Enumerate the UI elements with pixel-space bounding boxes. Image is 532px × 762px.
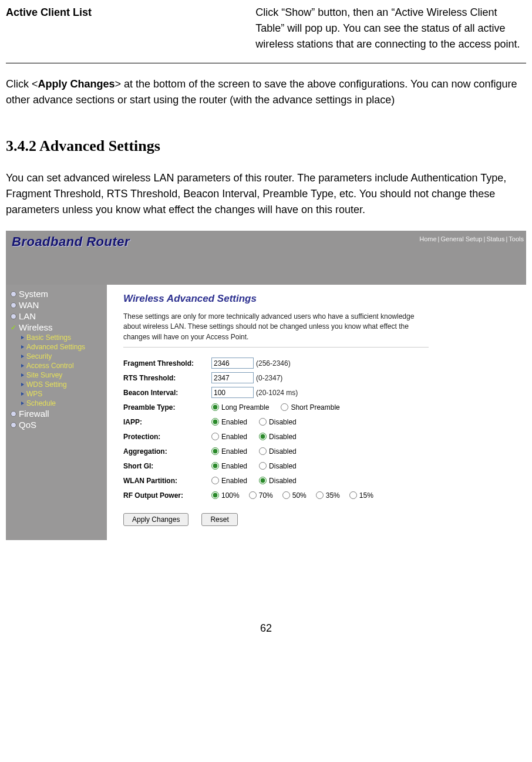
aggregation-enabled[interactable]: Enabled <box>211 447 247 456</box>
sidebar-sub-schedule[interactable]: Schedule <box>21 399 107 408</box>
preamble-long[interactable]: Long Preamble <box>211 403 269 412</box>
rts-input[interactable] <box>211 372 254 383</box>
bullet-icon <box>11 313 16 319</box>
router-sidebar: System WAN LAN ✓Wireless Basic Settings … <box>6 285 107 540</box>
param-label: Active Client List <box>6 5 255 63</box>
router-main: Wireless Advanced Settings These setting… <box>107 285 526 540</box>
aggregation-label: Aggregation: <box>123 447 211 456</box>
rf-35[interactable]: 35% <box>316 491 340 500</box>
frag-hint: (256-2346) <box>254 359 291 367</box>
param-table: Active Client List Click “Show” button, … <box>6 5 526 63</box>
router-header: Broadband Router Home|General Setup|Stat… <box>6 231 526 285</box>
beacon-hint: (20-1024 ms) <box>254 389 298 397</box>
shortgi-enabled[interactable]: Enabled <box>211 462 247 470</box>
sidebar-sub-security[interactable]: Security <box>21 352 107 361</box>
iapp-label: IAPP: <box>123 418 211 426</box>
arrow-icon <box>21 364 24 367</box>
rf-100[interactable]: 100% <box>211 491 240 500</box>
frag-label: Fragment Threshold: <box>123 359 211 367</box>
protection-label: Protection: <box>123 433 211 441</box>
iapp-enabled[interactable]: Enabled <box>211 418 247 426</box>
apply-pre: Click < <box>6 78 38 90</box>
wireless-form: Fragment Threshold: (256-2346) RTS Thres… <box>123 356 516 526</box>
shortgi-label: Short GI: <box>123 462 211 470</box>
apply-paragraph: Click <Apply Changes> at the bottom of t… <box>6 76 526 108</box>
wlanpart-label: WLAN Partition: <box>123 477 211 485</box>
param-desc: Click “Show” button, then an “Active Wir… <box>255 5 526 63</box>
preamble-short[interactable]: Short Preamble <box>281 403 339 412</box>
protection-enabled[interactable]: Enabled <box>211 433 247 441</box>
bullet-icon <box>11 302 16 308</box>
sidebar-sub-access-control[interactable]: Access Control <box>21 361 107 370</box>
rf-15[interactable]: 15% <box>349 491 373 500</box>
aggregation-disabled[interactable]: Disabled <box>259 447 297 456</box>
arrow-icon <box>21 402 24 405</box>
sidebar-sub-site-survey[interactable]: Site Survey <box>21 370 107 380</box>
apply-changes-button[interactable]: Apply Changes <box>123 513 188 526</box>
rts-hint: (0-2347) <box>254 374 282 382</box>
arrow-icon <box>21 336 24 339</box>
sidebar-item-qos[interactable]: QoS <box>6 419 107 430</box>
rf-label: RF Output Power: <box>123 491 211 500</box>
frag-input[interactable] <box>211 358 254 369</box>
router-nav-links: Home|General Setup|Status|Tools <box>419 234 524 242</box>
sidebar-item-lan[interactable]: LAN <box>6 311 107 322</box>
rts-label: RTS Threshold: <box>123 374 211 382</box>
beacon-input[interactable] <box>211 387 254 398</box>
wlanpart-disabled[interactable]: Disabled <box>259 477 297 485</box>
panel-desc: These settings are only for more technic… <box>123 312 429 348</box>
nav-general-setup[interactable]: General Setup <box>440 235 482 242</box>
shortgi-disabled[interactable]: Disabled <box>259 462 297 470</box>
sidebar-sub-basic-settings[interactable]: Basic Settings <box>21 333 107 342</box>
bullet-icon <box>11 422 16 428</box>
bullet-icon <box>11 291 16 297</box>
arrow-icon <box>21 373 24 377</box>
nav-status[interactable]: Status <box>486 235 504 242</box>
arrow-icon <box>21 355 24 358</box>
arrow-icon <box>21 345 24 349</box>
router-ui: Broadband Router Home|General Setup|Stat… <box>6 231 526 540</box>
iapp-disabled[interactable]: Disabled <box>259 418 297 426</box>
check-icon: ✓ <box>11 325 16 331</box>
sidebar-item-system[interactable]: System <box>6 288 107 299</box>
rf-50[interactable]: 50% <box>282 491 307 500</box>
page-number: 62 <box>6 622 526 646</box>
sidebar-item-wan[interactable]: WAN <box>6 299 107 311</box>
bullet-icon <box>11 411 16 417</box>
sidebar-item-wireless[interactable]: ✓Wireless <box>6 322 107 333</box>
protection-disabled[interactable]: Disabled <box>259 433 297 441</box>
reset-button[interactable]: Reset <box>201 513 237 526</box>
nav-tools[interactable]: Tools <box>509 235 524 242</box>
apply-bold: Apply Changes <box>38 78 115 90</box>
sidebar-item-firewall[interactable]: Firewall <box>6 408 107 419</box>
sidebar-sub-advanced-settings[interactable]: Advanced Settings <box>21 342 107 352</box>
sidebar-sub-wps[interactable]: WPS <box>21 389 107 399</box>
beacon-label: Beacon Interval: <box>123 389 211 397</box>
divider <box>6 63 526 63</box>
arrow-icon <box>21 383 24 386</box>
panel-title: Wireless Advanced Settings <box>123 293 516 305</box>
arrow-icon <box>21 392 24 396</box>
section-heading: 3.4.2 Advanced Settings <box>6 137 526 155</box>
preamble-label: Preamble Type: <box>123 403 211 412</box>
wlanpart-enabled[interactable]: Enabled <box>211 477 247 485</box>
rf-70[interactable]: 70% <box>249 491 273 500</box>
sidebar-sub-wds-setting[interactable]: WDS Setting <box>21 380 107 389</box>
section-intro: You can set advanced wireless LAN parame… <box>6 170 526 218</box>
nav-home[interactable]: Home <box>419 235 436 242</box>
router-brand: Broadband Router <box>12 234 130 249</box>
